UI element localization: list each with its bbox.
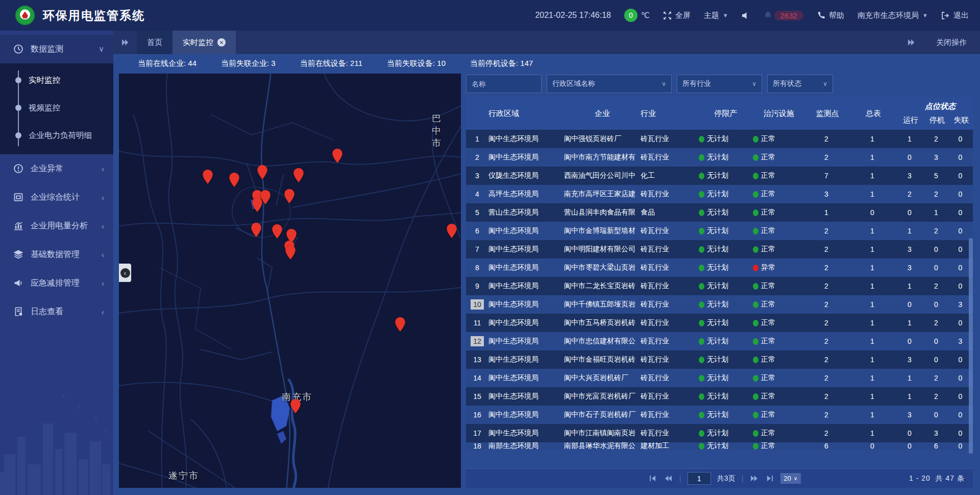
map-marker-pin[interactable] — [229, 172, 240, 187]
table-row[interactable]: 14阆中生态环境局阆中大兴页岩机砖厂砖瓦行业无计划正常21120 — [466, 369, 973, 387]
sidebar-item-企业综合统计[interactable]: 企业综合统计‹ — [0, 183, 113, 211]
table-row[interactable]: 3仪陇生态环境局西南油气田分公司川中化工无计划正常71350 — [466, 167, 973, 185]
map-marker-pin[interactable] — [290, 398, 301, 414]
page-number-input[interactable] — [688, 472, 711, 485]
cell-index: 6 — [466, 226, 488, 236]
table-row[interactable]: 8阆中生态环境局阆中市枣碧大梁山页岩砖瓦行业无计划异常21300 — [466, 258, 973, 277]
table-row[interactable]: 4高坪生态环境局南充市高坪区王家店建砖瓦行业无计划正常31220 — [466, 185, 973, 203]
stop-status-label: 无计划 — [707, 190, 728, 199]
submenu-item-企业电力负荷明细[interactable]: 企业电力负荷明细 — [0, 122, 113, 149]
sidebar-item-应急减排管理[interactable]: 应急减排管理‹ — [0, 269, 113, 297]
mute-button[interactable] — [742, 11, 750, 20]
name-search-input[interactable] — [472, 80, 536, 88]
facility-status-label: 异常 — [761, 263, 775, 272]
table-row[interactable]: 7阆中生态环境局阆中明阳建材有限公司砖瓦行业无计划正常21300 — [466, 240, 973, 258]
notification-count-badge: 2632 — [774, 11, 803, 20]
facility-status-label: 正常 — [761, 442, 775, 450]
map-marker-pin[interactable] — [272, 224, 283, 239]
cell-run-count: 0 — [897, 337, 924, 345]
map-marker-pin[interactable] — [252, 197, 263, 213]
table-row[interactable]: 18南部生态环境局南部县琳华水泥有限公建材加工无计划正常60060 — [466, 442, 973, 450]
cell-industry: 砖瓦行业 — [641, 245, 699, 254]
sidebar-collapse-button[interactable]: ‹ — [119, 264, 131, 282]
submenu-item-视频监控[interactable]: 视频监控 — [0, 94, 113, 122]
theme-dropdown[interactable]: 主题 ▼ — [704, 11, 728, 20]
table-row[interactable]: 11阆中生态环境局阆中市五马桥页岩机砖砖瓦行业无计划正常21120 — [466, 314, 973, 332]
table-row[interactable]: 5营山生态环境局营山县润丰肉食品有限食品无计划正常10010 — [466, 203, 973, 222]
submenu-item-实时监控[interactable]: 实时监控 — [0, 66, 113, 94]
cell-total-meters: 0 — [850, 208, 897, 217]
cell-stop-status: 无计划 — [699, 263, 753, 272]
map-marker-pin[interactable] — [257, 164, 268, 180]
map-marker-pin[interactable] — [202, 169, 213, 184]
sidebar-item-数据监测[interactable]: 数据监测∨ — [0, 35, 113, 63]
cell-monitor-points: 6 — [805, 442, 850, 450]
table-scrollbar[interactable] — [969, 238, 973, 454]
map-marker-pin[interactable] — [285, 245, 296, 260]
cell-industry: 砖瓦行业 — [641, 429, 699, 438]
table-row[interactable]: 12阆中生态环境局阆中市忠信建材有限公砖瓦行业无计划正常21003 — [466, 332, 973, 350]
tab-home[interactable]: 首页 — [137, 31, 173, 54]
help-button[interactable]: 帮助 — [817, 11, 844, 20]
tabs-scroll-left-button[interactable] — [113, 31, 137, 54]
table-row[interactable]: 10阆中生态环境局阆中千佛镇五郎垭页岩砖瓦行业无计划正常21003 — [466, 295, 973, 314]
notifications[interactable]: 2632 — [764, 11, 803, 20]
gauge-icon — [13, 44, 23, 54]
row-number: 7 — [471, 244, 484, 254]
sidebar-item-日志查看[interactable]: 日志查看‹ — [0, 297, 113, 326]
table-row[interactable]: 1阆中生态环境局阆中强锐页岩砖厂砖瓦行业无计划正常21120 — [466, 130, 973, 148]
table-row[interactable]: 17阆中生态环境局阆中市江南镇阆南页岩砖瓦行业无计划正常21030 — [466, 424, 973, 442]
tab-realtime-monitor[interactable]: 实时监控 ✕ — [173, 31, 236, 54]
table-row[interactable]: 2阆中生态环境局阆中市南方节能建材有砖瓦行业无计划正常21030 — [466, 148, 973, 167]
prev-page-button[interactable] — [664, 475, 673, 483]
status-dot-green — [699, 412, 704, 418]
map-marker-pin[interactable] — [446, 223, 457, 239]
cell-region: 阆中生态环境局 — [488, 263, 564, 272]
table-row[interactable]: 6阆中生态环境局阆中市金博瑞新型墙材砖瓦行业无计划正常21120 — [466, 222, 973, 240]
status-select[interactable]: 所有状态 ∨ — [767, 75, 833, 93]
fullscreen-button[interactable]: 全屏 — [663, 11, 691, 20]
cell-facility-status: 正常 — [753, 318, 805, 327]
region-select[interactable]: 行政区域名称 ∨ — [547, 75, 672, 93]
map-marker-pin[interactable] — [395, 317, 406, 332]
close-tab-icon[interactable]: ✕ — [217, 38, 226, 46]
last-page-button[interactable] — [765, 475, 774, 483]
map-marker-pin[interactable] — [251, 222, 262, 238]
cell-monitor-points: 2 — [805, 264, 850, 272]
stop-status-label: 无计划 — [707, 442, 728, 450]
row-number: 15 — [471, 391, 484, 402]
logout-button[interactable]: 退出 — [941, 11, 969, 20]
row-number: 13 — [471, 355, 484, 365]
cell-lost-count: 0 — [950, 172, 973, 180]
industry-select[interactable]: 所有行业 ∨ — [677, 75, 762, 93]
sidebar-item-基础数据管理[interactable]: 基础数据管理‹ — [0, 240, 113, 269]
org-dropdown[interactable]: 南充市生态环境局 ▼ — [857, 11, 928, 20]
sidebar-item-企业用电量分析[interactable]: 企业用电量分析‹ — [0, 211, 113, 240]
cell-industry: 砖瓦行业 — [641, 318, 699, 327]
table-row[interactable]: 9阆中生态环境局阆中市二龙长宝页岩砖砖瓦行业无计划正常21120 — [466, 277, 973, 295]
first-page-button[interactable] — [648, 475, 657, 483]
chevron-left-icon: ‹ — [120, 268, 130, 278]
row-number: 5 — [471, 207, 484, 218]
row-number: 16 — [471, 410, 484, 420]
map-marker-pin[interactable] — [284, 188, 295, 204]
map[interactable]: 巴中市南充市遂宁市 ‹ — [119, 74, 461, 488]
next-page-button[interactable] — [750, 475, 759, 483]
page-size-select[interactable]: 20 ∨ — [780, 473, 801, 484]
close-operations-button[interactable]: 关闭操作 — [936, 38, 967, 48]
cell-company: 阆中强锐页岩砖厂 — [564, 134, 641, 144]
cell-stop-status: 无计划 — [699, 245, 753, 254]
cell-index: 18 — [466, 442, 488, 450]
sidebar-item-企业异常[interactable]: 企业异常‹ — [0, 154, 113, 183]
table-row[interactable]: 15阆中生态环境局阆中市光富页岩机砖厂砖瓦行业无计划正常21120 — [466, 387, 973, 406]
chevron-left-icon: ‹ — [102, 193, 104, 202]
map-marker-pin[interactable] — [293, 168, 304, 183]
cell-total-meters: 1 — [850, 227, 897, 235]
cell-total-meters: 0 — [850, 442, 897, 450]
cell-total-meters: 1 — [850, 392, 897, 400]
cell-run-count: 3 — [897, 172, 924, 180]
table-row[interactable]: 16阆中生态环境局阆中市石子页岩机砖厂砖瓦行业无计划正常21300 — [466, 406, 973, 424]
map-marker-pin[interactable] — [332, 148, 343, 163]
tabs-scroll-right-button[interactable] — [899, 38, 923, 46]
table-row[interactable]: 13阆中生态环境局阆中市金福旺页岩机砖砖瓦行业无计划正常21300 — [466, 350, 973, 369]
